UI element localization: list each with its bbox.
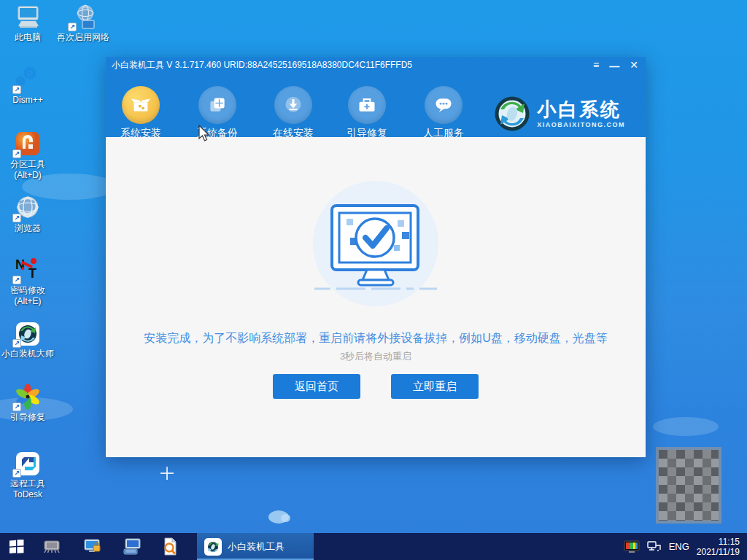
download-icon [274, 86, 312, 124]
nav-human-service[interactable]: 人工服务 [411, 86, 476, 140]
return-home-button[interactable]: 返回首页 [273, 374, 360, 399]
mouse-cursor [198, 125, 210, 142]
browser-globe-icon: ↗ [14, 195, 42, 222]
toolbox-icon [348, 86, 386, 124]
system-tray: ENG 11:15 2021/11/19 [624, 537, 747, 557]
monitor-check-icon [303, 178, 449, 311]
taskbar: 小白装机工具 ENG 11:15 2021/11/19 [0, 533, 747, 560]
password-nt-key-icon: N T ↗ [14, 257, 42, 284]
memory-chip-icon [42, 539, 61, 555]
chat-bubble-icon [425, 86, 462, 124]
restart-now-button[interactable]: 立即重启 [391, 374, 479, 399]
desktop: 此电脑 ↗ 再次启用网络 ⚙ ⚙ ↗ Dism++ [0, 0, 747, 560]
desktop-icon-this-pc[interactable]: 此电脑 [1, 4, 54, 43]
brand-name: 小白系统 [537, 99, 625, 120]
taskbar-active-task[interactable]: 小白装机工具 [197, 533, 314, 560]
display-settings-icon[interactable] [624, 540, 640, 553]
nav-system-backup[interactable]: 系统备份 [185, 86, 250, 140]
shortcut-arrow-icon: ↗ [12, 214, 21, 222]
menu-icon[interactable]: ≡ [593, 60, 599, 70]
nav-online-install[interactable]: 在线安装 [260, 86, 326, 140]
brand-logo: 小白系统 XIAOBAIXITONG.COM [493, 95, 625, 133]
titlebar[interactable]: 小白装机工具 V 3.1.717.460 URID:88A24525169518… [106, 57, 646, 73]
window-content: 安装完成，为了不影响系统部署，重启前请将外接设备拔掉，例如U盘，移动硬盘，光盘等… [106, 137, 646, 457]
desktop-icon-label: 密码修改 [1, 285, 54, 296]
desktop-icon-xiaobai-master[interactable]: ↗ 小白装机大师 [0, 321, 61, 359]
cloud-shape [653, 417, 719, 436]
enable-network-icon: ↗ [69, 4, 97, 31]
desktop-icon-label: 分区工具 [1, 159, 54, 170]
desktop-icon-label2: ToDesk [1, 489, 54, 500]
monitor-lock-icon [83, 538, 102, 556]
network-icon[interactable] [647, 541, 662, 553]
taskbar-search-tool[interactable] [159, 536, 181, 558]
shortcut-arrow-icon: ↗ [12, 402, 21, 411]
desktop-icon-browser[interactable]: ↗ 浏览器 [1, 195, 54, 234]
active-task-label: 小白装机工具 [228, 540, 285, 553]
completion-message: 安装完成，为了不影响系统部署，重启前请将外接设备拔掉，例如U盘，移动硬盘，光盘等 [106, 331, 646, 346]
app-swirl-icon [204, 538, 222, 556]
shortcut-arrow-icon: ↗ [12, 149, 21, 158]
desktop-icon-label: 此电脑 [1, 32, 54, 43]
sparkle-shape [160, 467, 174, 480]
desktop-icon-label: 再次启用网络 [50, 32, 117, 43]
shortcut-arrow-icon: ↗ [12, 276, 21, 284]
pinwheel-icon: ↗ [14, 384, 42, 411]
swirl-logo-icon [493, 95, 531, 133]
nav-boot-repair[interactable]: 引导修复 [334, 86, 400, 140]
partition-tool-icon: ↗ [14, 131, 42, 158]
todesk-icon: ↗ [14, 451, 42, 477]
toolbar: 系统安装 系统备份 [106, 73, 646, 137]
desktop-icon-label: Dism++ [1, 95, 54, 106]
shortcut-arrow-icon: ↗ [12, 469, 21, 478]
blurred-qr-code [656, 447, 721, 524]
desktop-icon-label2: (Alt+D) [1, 170, 54, 181]
desktop-icon-todesk[interactable]: ↗ 远程工具 ToDesk [1, 451, 54, 500]
tray-date: 2021/11/19 [697, 547, 740, 557]
this-pc-icon [14, 4, 42, 31]
desktop-icon-label2: (Alt+E) [1, 296, 54, 307]
document-magnifier-icon [161, 537, 179, 556]
cloud-shape [268, 510, 289, 524]
brand-site: XIAOBAIXITONG.COM [537, 121, 625, 128]
desktop-icon-enable-network[interactable]: ↗ 再次启用网络 [50, 4, 117, 43]
computer-keyboard-icon [123, 538, 142, 556]
language-indicator[interactable]: ENG [669, 541, 689, 552]
windows-logo-icon [9, 540, 24, 554]
start-button[interactable] [6, 536, 28, 558]
taskbar-lock-screen-tool[interactable] [82, 536, 104, 558]
desktop-icon-partition-tool[interactable]: ↗ 分区工具 (Alt+D) [1, 131, 54, 181]
desktop-icon-label: 引导修复 [1, 412, 54, 423]
backup-windows-icon [198, 86, 236, 124]
dism-gears-icon: ⚙ ⚙ ↗ [14, 67, 42, 93]
desktop-icon-dism[interactable]: ⚙ ⚙ ↗ Dism++ [1, 67, 54, 106]
desktop-icon-boot-repair[interactable]: ↗ 引导修复 [1, 384, 54, 423]
shortcut-arrow-icon: ↗ [12, 339, 21, 348]
app-window: 小白装机工具 V 3.1.717.460 URID:88A24525169518… [106, 57, 646, 457]
desktop-icon-label: 远程工具 [1, 478, 54, 489]
desktop-icon-label: 小白装机大师 [0, 349, 61, 359]
shortcut-arrow-icon: ↗ [12, 85, 21, 94]
window-title: 小白装机工具 V 3.1.717.460 URID:88A24525169518… [112, 59, 593, 71]
taskbar-chip-tool[interactable] [41, 536, 63, 558]
close-icon[interactable]: ✕ [630, 60, 638, 70]
minimize-icon[interactable]: — [609, 61, 619, 71]
nav-system-install[interactable]: 系统安装 [108, 86, 174, 140]
countdown-text: 3秒后将自动重启 [106, 350, 646, 363]
xiaobai-swirl-icon: ↗ [14, 321, 42, 347]
clock[interactable]: 11:15 2021/11/19 [697, 537, 740, 557]
shortcut-arrow-icon: ↗ [68, 23, 77, 31]
install-box-icon [122, 86, 160, 124]
desktop-icon-password-change[interactable]: N T ↗ 密码修改 (Alt+E) [1, 257, 54, 307]
taskbar-computer-tool[interactable] [121, 536, 143, 558]
tray-time: 11:15 [697, 537, 740, 547]
desktop-icon-label: 浏览器 [1, 223, 54, 234]
